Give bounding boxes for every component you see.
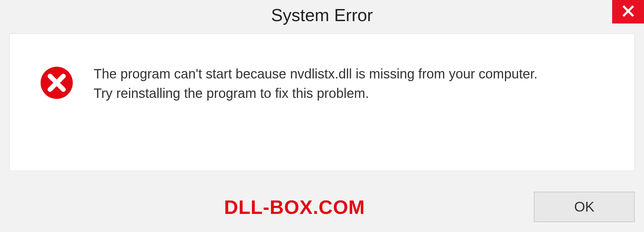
ok-button[interactable]: OK xyxy=(534,192,635,222)
dialog-footer: DLL-BOX.COM OK xyxy=(9,192,635,222)
message-line-2: Try reinstalling the program to fix this… xyxy=(94,83,614,103)
error-icon xyxy=(40,66,73,100)
close-button[interactable] xyxy=(612,0,644,23)
dialog-message: The program can't start because nvdlistx… xyxy=(94,64,614,103)
ok-button-label: OK xyxy=(574,199,595,215)
dialog-titlebar: System Error xyxy=(0,0,644,30)
dialog-content: The program can't start because nvdlistx… xyxy=(9,34,635,171)
dialog-title: System Error xyxy=(271,5,373,25)
message-line-1: The program can't start because nvdlistx… xyxy=(94,64,614,83)
close-icon xyxy=(622,5,635,19)
watermark-text: DLL-BOX.COM xyxy=(224,196,365,218)
